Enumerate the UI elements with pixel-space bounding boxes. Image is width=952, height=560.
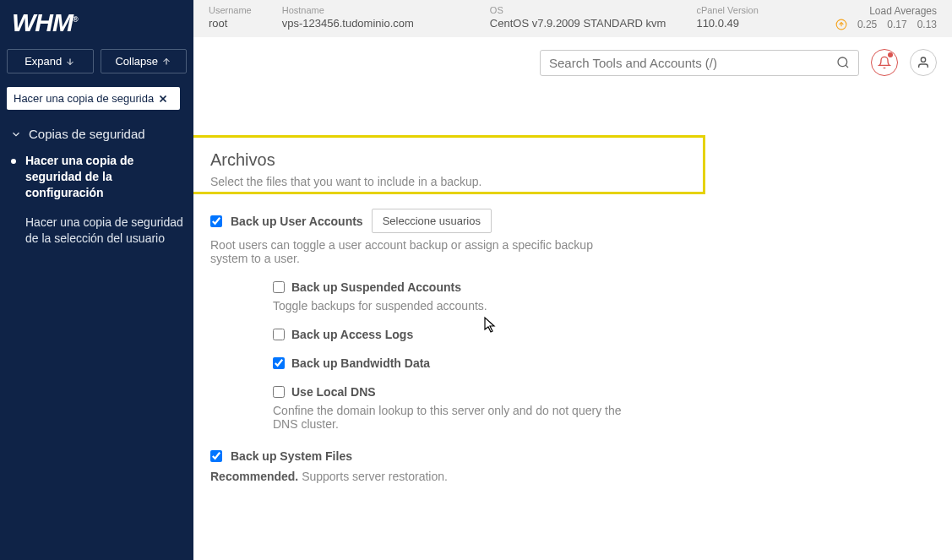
search-input-wrapper[interactable]	[540, 50, 859, 76]
svg-line-9	[846, 65, 848, 68]
checkbox-backup-user-accounts[interactable]	[210, 215, 222, 227]
label-suspended-accounts: Back up Suspended Accounts	[291, 280, 461, 294]
expand-collapse-row: Expand Collapse	[0, 44, 193, 82]
label-bandwidth: Back up Bandwidth Data	[291, 356, 430, 370]
sidebar-item-backup-config[interactable]: Hacer una copia de seguridad de la confi…	[0, 148, 193, 209]
topbar-load: Load Averages 0.25 0.17 0.13	[835, 5, 937, 30]
search-tag[interactable]: Hacer una copia de segurida	[7, 87, 180, 110]
select-users-button[interactable]: Seleccione usuarios	[372, 209, 492, 233]
chevron-down-icon	[10, 128, 22, 140]
sidebar-item-label: Hacer una copia de seguridad de la selec…	[25, 215, 183, 247]
topbar-cpanel: cPanel Version 110.0.49	[696, 5, 758, 30]
section-title: Archivos	[210, 150, 935, 170]
recommended-text: Recommended. Supports server restoration…	[210, 470, 935, 483]
search-tag-row: Hacer una copia de segurida	[0, 82, 193, 115]
checkbox-local-dns[interactable]	[273, 386, 285, 398]
hint-backup-user-accounts: Root users can toggle a user account bac…	[210, 238, 616, 265]
section-description: Select the files that you want to includ…	[210, 175, 935, 188]
whm-logo: WHM®	[0, 0, 193, 44]
label-system-files: Back up System Files	[231, 449, 352, 463]
opt-bandwidth: Back up Bandwidth Data	[273, 356, 935, 370]
main: Username root Hostname vps-123456.tudomi…	[193, 0, 952, 560]
svg-point-4	[11, 159, 16, 164]
sidebar-item-label: Hacer una copia de seguridad de la confi…	[25, 153, 183, 201]
label-local-dns: Use Local DNS	[291, 385, 376, 399]
sidebar-item-backup-user-selection[interactable]: Hacer una copia de seguridad de la selec…	[0, 209, 193, 255]
opt-backup-user-accounts: Back up User Accounts Seleccione usuario…	[210, 209, 935, 233]
notifications-button[interactable]	[871, 49, 898, 76]
notification-dot-icon	[888, 52, 893, 57]
sidebar-section-header[interactable]: Copias de seguridad	[0, 115, 193, 148]
expand-button[interactable]: Expand	[7, 49, 94, 73]
topbar-hostname: Hostname vps-123456.tudominio.com	[282, 5, 414, 30]
checkbox-bandwidth[interactable]	[273, 357, 285, 369]
topbar-os: OS CentOS v7.9.2009 STANDARD kvm	[490, 5, 666, 30]
collapse-button[interactable]: Collapse	[101, 49, 188, 73]
bullet-icon	[10, 158, 17, 165]
checkbox-access-logs[interactable]	[273, 329, 285, 340]
hint-suspended: Toggle backups for suspended accounts.	[273, 299, 678, 313]
search-icon[interactable]	[836, 56, 850, 69]
svg-point-8	[838, 57, 847, 67]
user-button[interactable]	[910, 49, 937, 76]
opt-access-logs: Back up Access Logs	[273, 328, 935, 341]
topbar-username: Username root	[209, 5, 252, 30]
svg-point-10	[921, 57, 925, 62]
checkbox-system-files[interactable]	[210, 450, 222, 462]
search-input[interactable]	[549, 56, 836, 70]
opt-suspended-accounts: Back up Suspended Accounts	[273, 280, 935, 294]
arrow-down-icon	[65, 57, 75, 67]
opt-system-files: Back up System Files	[210, 449, 935, 463]
hint-local-dns: Confine the domain lookup to this server…	[273, 404, 636, 431]
label-backup-user-accounts: Back up User Accounts	[231, 215, 363, 228]
label-access-logs: Back up Access Logs	[291, 328, 413, 341]
search-row	[193, 37, 952, 88]
checkbox-suspended-accounts[interactable]	[273, 281, 285, 293]
opt-local-dns: Use Local DNS	[273, 385, 935, 399]
sidebar: WHM® Expand Collapse Hacer una copia de …	[0, 0, 193, 560]
bell-icon	[878, 56, 891, 69]
close-icon[interactable]	[157, 93, 169, 105]
user-icon	[917, 56, 930, 69]
arrow-up-circle-icon	[835, 19, 847, 30]
topbar: Username root Hostname vps-123456.tudomi…	[193, 0, 952, 37]
content: 11 Archivos Select the files that you wa…	[193, 88, 952, 500]
arrow-up-icon	[161, 57, 171, 67]
